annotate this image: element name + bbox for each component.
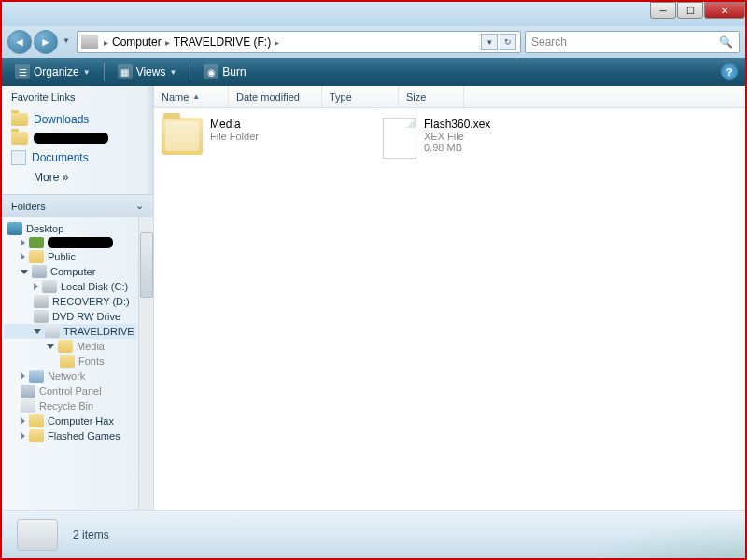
tree-scrollbar[interactable] [138, 217, 153, 510]
tree-public[interactable]: Public [4, 249, 136, 264]
user-icon [29, 237, 44, 248]
tree-recovery[interactable]: RECOVERY (D:) [4, 294, 136, 309]
tree-local-disk[interactable]: Local Disk (C:) [4, 279, 136, 294]
tree-dvd[interactable]: DVD RW Drive [4, 309, 136, 324]
recycle-bin-icon [21, 399, 35, 413]
views-icon: ▦ [118, 64, 133, 79]
chevron-down-icon: ▼ [169, 68, 176, 77]
minimize-button[interactable]: ─ [650, 2, 676, 19]
tree-flashed-games[interactable]: Flashed Games [4, 428, 136, 443]
scrollbar-thumb[interactable] [140, 232, 153, 298]
folders-header[interactable]: Folders ⌄ [2, 194, 153, 217]
window-controls: ─ ☐ ✕ [649, 2, 745, 19]
help-button[interactable]: ? [721, 63, 738, 80]
file-list[interactable]: Media File Folder Flash360.xex XEX File … [154, 108, 745, 510]
back-button[interactable]: ◄ [7, 30, 32, 54]
tree-media[interactable]: Media [4, 339, 136, 354]
sidebar: Favorite Links Downloads Documents More … [2, 86, 154, 510]
folder-icon [29, 414, 44, 427]
file-item-flash360[interactable]: Flash360.xex XEX File 0.98 MB [377, 116, 587, 161]
maximize-button[interactable]: ☐ [677, 2, 703, 19]
folder-tree: Desktop Public Computer Local Disk (C:) … [2, 217, 138, 510]
nav-history-dropdown[interactable]: ▼ [60, 30, 73, 50]
file-icon [383, 118, 416, 159]
burn-button[interactable]: ◉ Burn [198, 62, 251, 82]
close-button[interactable]: ✕ [704, 2, 745, 19]
usb-drive-icon [45, 325, 60, 338]
tree-recycle-bin[interactable]: Recycle Bin [4, 399, 136, 413]
toolbar-separator [104, 63, 105, 81]
breadcrumb-computer[interactable]: Computer [112, 35, 162, 49]
command-toolbar: ☰ Organize ▼ ▦ Views ▼ ◉ Burn ? [2, 58, 745, 86]
forward-button[interactable]: ► [34, 30, 58, 54]
control-panel-icon [21, 385, 35, 398]
documents-icon [11, 150, 26, 165]
fav-documents[interactable]: Documents [11, 147, 144, 168]
dvd-icon [34, 310, 49, 323]
collapse-icon[interactable] [47, 344, 54, 349]
expand-icon[interactable] [21, 253, 25, 260]
decorative-swoosh [558, 510, 745, 558]
tree-network[interactable]: Network [4, 369, 136, 384]
organize-icon: ☰ [15, 64, 30, 79]
fav-downloads[interactable]: Downloads [11, 110, 144, 129]
redacted-text [34, 133, 108, 144]
explorer-window: ─ ☐ ✕ ◄ ► ▼ ▸ Computer ▸ TRAVELDRIVE (F:… [2, 2, 745, 558]
breadcrumb-dropdown-icon[interactable]: ▾ [481, 34, 498, 50]
network-icon [29, 370, 44, 383]
tree-traveldrive[interactable]: TRAVELDRIVE ( [4, 324, 136, 339]
drive-icon [34, 295, 49, 308]
column-headers: Name▲ Date modified Type Size [154, 86, 745, 108]
tree-user-redacted[interactable] [4, 236, 136, 249]
breadcrumb-traveldrive[interactable]: TRAVELDRIVE (F:) [174, 35, 271, 49]
fav-redacted[interactable] [11, 129, 144, 147]
file-text: Media File Folder [210, 118, 259, 155]
body-area: Favorite Links Downloads Documents More … [2, 86, 745, 510]
favorites-list: Downloads Documents More » [2, 108, 153, 194]
computer-icon [32, 265, 47, 278]
folder-icon [29, 250, 44, 263]
search-icon: 🔍 [719, 35, 733, 49]
folder-icon [162, 118, 203, 155]
search-input[interactable]: Search 🔍 [525, 31, 740, 53]
column-type[interactable]: Type [322, 86, 399, 107]
breadcrumb-sep-icon: ▸ [275, 37, 279, 48]
column-name[interactable]: Name▲ [154, 86, 229, 107]
drive-thumbnail-icon [17, 519, 58, 551]
organize-button[interactable]: ☰ Organize ▼ [9, 62, 96, 82]
address-bar: ◄ ► ▼ ▸ Computer ▸ TRAVELDRIVE (F:) ▸ ▾ … [2, 26, 745, 58]
views-button[interactable]: ▦ Views ▼ [112, 62, 183, 82]
refresh-button[interactable]: ↻ [500, 34, 516, 50]
breadcrumb-sep-icon: ▸ [165, 37, 170, 48]
toolbar-separator [190, 63, 190, 81]
tree-computer[interactable]: Computer [4, 264, 136, 279]
tree-fonts[interactable]: Fonts [4, 354, 136, 369]
tree-computer-hax[interactable]: Computer Hax [4, 413, 136, 428]
collapse-icon[interactable] [21, 270, 28, 274]
column-size[interactable]: Size [399, 86, 464, 107]
file-item-media[interactable]: Media File Folder [160, 116, 370, 157]
expand-icon[interactable] [21, 417, 25, 425]
desktop-icon [7, 222, 22, 235]
tree-desktop[interactable]: Desktop [4, 221, 136, 236]
sort-arrow-icon: ▲ [192, 92, 200, 101]
expand-icon[interactable] [34, 283, 38, 290]
fav-more[interactable]: More » [11, 168, 144, 187]
expand-icon[interactable] [21, 432, 25, 440]
folder-icon [60, 355, 75, 368]
folder-tree-area: Desktop Public Computer Local Disk (C:) … [2, 217, 153, 510]
breadcrumb-controls: ▾ ↻ [481, 34, 516, 50]
collapse-icon[interactable] [34, 329, 41, 334]
chevron-down-icon: ⌄ [135, 200, 144, 212]
file-text: Flash360.xex XEX File 0.98 MB [424, 118, 490, 159]
expand-icon[interactable] [21, 239, 25, 246]
drive-icon [81, 35, 98, 49]
expand-icon[interactable] [21, 372, 25, 380]
status-bar: 2 items [2, 510, 745, 558]
breadcrumb-bar[interactable]: ▸ Computer ▸ TRAVELDRIVE (F:) ▸ ▾ ↻ [77, 31, 521, 53]
folder-icon [11, 132, 28, 145]
tree-control-panel[interactable]: Control Panel [4, 384, 136, 399]
nav-buttons: ◄ ► ▼ [7, 30, 73, 54]
column-date[interactable]: Date modified [229, 86, 322, 107]
content-pane: Name▲ Date modified Type Size Media File… [154, 86, 745, 510]
